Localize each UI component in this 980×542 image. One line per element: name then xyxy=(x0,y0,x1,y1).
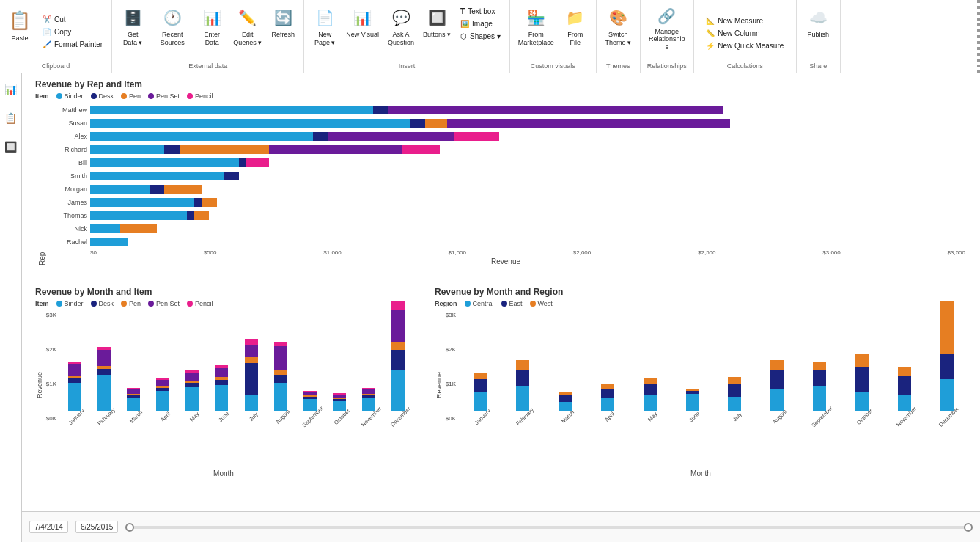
new-column-button[interactable]: 📏 New Column xyxy=(701,28,788,39)
ask-question-label: Ask AQuestion xyxy=(388,31,414,47)
from-file-icon: 📁 xyxy=(564,6,587,29)
shapes-icon: ⬡ xyxy=(460,32,467,40)
paste-label: Paste xyxy=(11,34,28,43)
copy-icon: 📄 xyxy=(43,28,51,36)
right-separator xyxy=(977,0,980,73)
format-painter-label: Format Painter xyxy=(54,40,103,48)
new-measure-icon: 📐 xyxy=(706,17,715,25)
ribbon-group-share: ☁️ Publish Share xyxy=(797,0,841,73)
ribbon-group-relationships: 🔗 ManageRelationships Relationships xyxy=(641,0,694,73)
cut-button[interactable]: ✂️ Cut xyxy=(38,14,107,25)
ribbon: 📋 Paste ✂️ Cut 📄 Copy 🖌️ Format Painter … xyxy=(0,0,980,73)
refresh-button[interactable]: 🔄 Refresh xyxy=(267,3,299,54)
paste-button[interactable]: 📋 Paste xyxy=(4,7,35,58)
new-visual-icon: 📊 xyxy=(351,6,375,29)
image-label: Image xyxy=(472,20,493,28)
cut-icon: ✂️ xyxy=(43,15,51,23)
buttons-button[interactable]: 🔲 Buttons ▾ xyxy=(419,3,454,54)
from-file-label: FromFile xyxy=(567,31,583,47)
enter-data-icon: 📊 xyxy=(200,6,224,29)
publish-label: Publish xyxy=(808,31,830,39)
ribbon-group-themes: 🎨 SwitchTheme ▾ Themes xyxy=(597,0,641,73)
new-quick-measure-label: New Quick Measure xyxy=(718,42,784,50)
image-icon: 🖼️ xyxy=(460,20,469,28)
switch-theme-button[interactable]: 🎨 SwitchTheme ▾ xyxy=(602,3,635,54)
new-measure-label: New Measure xyxy=(718,17,763,25)
cut-label: Cut xyxy=(54,15,66,23)
share-label: Share xyxy=(809,61,827,70)
publish-icon: ☁️ xyxy=(806,6,830,29)
format-painter-button[interactable]: 🖌️ Format Painter xyxy=(38,39,107,50)
paste-icon: 📋 xyxy=(8,10,32,33)
calculations-label: Calculations xyxy=(727,61,763,70)
ribbon-group-custom-visuals: 🏪 FromMarketplace 📁 FromFile Custom visu… xyxy=(510,0,597,73)
get-data-button[interactable]: 🗄️ GetData ▾ xyxy=(117,3,149,54)
buttons-icon: 🔲 xyxy=(425,6,449,29)
new-measure-button[interactable]: 📐 New Measure xyxy=(701,15,788,26)
buttons-label: Buttons ▾ xyxy=(423,31,451,39)
ask-question-button[interactable]: 💬 Ask AQuestion xyxy=(384,3,418,54)
ribbon-group-clipboard: 📋 Paste ✂️ Cut 📄 Copy 🖌️ Format Painter … xyxy=(0,0,112,73)
get-data-icon: 🗄️ xyxy=(121,6,144,29)
ribbon-group-calculations: 📐 New Measure 📏 New Column ⚡ New Quick M… xyxy=(694,0,797,73)
custom-visuals-label: Custom visuals xyxy=(531,61,575,70)
shapes-label: Shapes ▾ xyxy=(470,32,501,40)
new-quick-measure-icon: ⚡ xyxy=(706,42,715,50)
switch-theme-label: SwitchTheme ▾ xyxy=(605,31,632,47)
insert-label: Insert xyxy=(399,61,416,70)
enter-data-button[interactable]: 📊 EnterData xyxy=(196,3,228,54)
new-column-icon: 📏 xyxy=(706,29,715,37)
from-marketplace-label: FromMarketplace xyxy=(518,31,554,47)
copy-label: Copy xyxy=(54,28,71,36)
refresh-label: Refresh xyxy=(271,31,295,39)
publish-button[interactable]: ☁️ Publish xyxy=(802,3,834,54)
edit-queries-button[interactable]: ✏️ EditQueries ▾ xyxy=(229,3,265,54)
ribbon-group-external-data: 🗄️ GetData ▾ 🕐 Recent Sources 📊 EnterDat… xyxy=(112,0,304,73)
clipboard-label: Clipboard xyxy=(42,61,70,70)
shapes-button[interactable]: ⬡ Shapes ▾ xyxy=(456,31,505,42)
text-box-icon: T xyxy=(460,7,465,15)
image-button[interactable]: 🖼️ Image xyxy=(456,18,505,29)
manage-relationships-label: ManageRelationships xyxy=(649,28,685,51)
external-data-label: External data xyxy=(188,61,227,70)
recent-sources-label: Recent Sources xyxy=(154,31,191,47)
switch-theme-icon: 🎨 xyxy=(606,6,630,29)
copy-button[interactable]: 📄 Copy xyxy=(38,26,107,37)
new-page-button[interactable]: 📄 NewPage ▾ xyxy=(309,3,341,54)
refresh-icon: 🔄 xyxy=(271,6,295,29)
manage-relationships-icon: 🔗 xyxy=(655,6,679,26)
new-page-icon: 📄 xyxy=(313,6,336,29)
recent-sources-button[interactable]: 🕐 Recent Sources xyxy=(150,3,194,54)
text-box-label: Text box xyxy=(468,7,495,15)
ask-question-icon: 💬 xyxy=(389,6,413,29)
enter-data-label: EnterData xyxy=(204,31,220,47)
themes-label: Themes xyxy=(606,61,630,70)
text-box-button[interactable]: T Text box xyxy=(456,6,505,17)
recent-sources-icon: 🕐 xyxy=(161,6,184,29)
new-column-label: New Column xyxy=(718,29,759,37)
edit-queries-icon: ✏️ xyxy=(236,6,259,29)
new-quick-measure-button[interactable]: ⚡ New Quick Measure xyxy=(701,40,788,51)
manage-relationships-button[interactable]: 🔗 ManageRelationships xyxy=(645,3,689,54)
edit-queries-label: EditQueries ▾ xyxy=(233,31,262,47)
new-page-label: NewPage ▾ xyxy=(314,31,336,47)
ribbon-group-insert: 📄 NewPage ▾ 📊 New Visual 💬 Ask AQuestion… xyxy=(304,0,510,73)
relationships-label: Relationships xyxy=(647,61,687,70)
get-data-label: GetData ▾ xyxy=(123,31,143,47)
format-painter-icon: 🖌️ xyxy=(43,40,51,48)
new-visual-label: New Visual xyxy=(346,31,379,39)
from-file-button[interactable]: 📁 FromFile xyxy=(559,3,592,54)
new-visual-button[interactable]: 📊 New Visual xyxy=(342,3,383,54)
from-marketplace-button[interactable]: 🏪 FromMarketplace xyxy=(515,3,558,54)
from-marketplace-icon: 🏪 xyxy=(524,6,548,29)
